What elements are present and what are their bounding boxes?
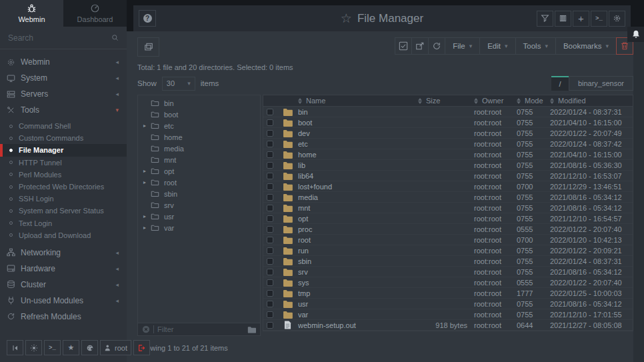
notifications-panel[interactable] xyxy=(627,27,644,42)
sidebar-item-servers[interactable]: Servers◂ xyxy=(0,86,127,102)
filter-button[interactable] xyxy=(537,11,553,27)
clone-window-button[interactable] xyxy=(137,37,159,57)
row-checkbox[interactable] xyxy=(267,322,273,329)
help-button[interactable]: ? xyxy=(139,10,156,27)
tree-item[interactable]: ▸ etc xyxy=(138,120,260,131)
add-button[interactable]: + xyxy=(573,11,589,27)
sidebar-subitem[interactable]: SSH Login xyxy=(0,193,127,205)
sidebar-subitem[interactable]: Perl Modules xyxy=(0,169,127,181)
tree-item[interactable]: ▸ root xyxy=(138,177,260,188)
column-header-size[interactable]: Size xyxy=(415,97,474,105)
logout-button[interactable] xyxy=(133,340,150,355)
row-checkbox[interactable] xyxy=(267,290,273,297)
file-name-link[interactable]: media xyxy=(298,193,415,201)
table-row[interactable]: proc root:root 0555 2022/01/22 - 20:07:4… xyxy=(263,224,633,235)
table-row[interactable]: var root:root 0755 2021/12/10 - 17:01:55 xyxy=(263,309,633,320)
clear-filter-icon[interactable] xyxy=(142,325,150,333)
expand-arrow-icon[interactable]: ▸ xyxy=(143,213,151,219)
column-header-name[interactable]: Name xyxy=(298,97,415,105)
bookmarks-menu-button[interactable]: Bookmarks▾ xyxy=(555,37,617,55)
tree-filter-input[interactable] xyxy=(153,325,247,333)
tree-item[interactable]: ▸ mnt xyxy=(138,154,260,165)
row-checkbox[interactable] xyxy=(267,130,273,137)
row-checkbox[interactable] xyxy=(267,269,273,275)
file-name-link[interactable]: bin xyxy=(298,108,415,116)
file-name-link[interactable]: usr xyxy=(298,300,415,308)
file-name-link[interactable]: proc xyxy=(298,225,415,233)
user-button[interactable]: root xyxy=(100,340,131,355)
row-checkbox[interactable] xyxy=(267,162,273,169)
table-row[interactable]: boot root:root 0755 2021/04/10 - 16:15:0… xyxy=(263,117,633,128)
row-checkbox[interactable] xyxy=(267,183,273,190)
row-checkbox[interactable] xyxy=(267,279,273,286)
file-name-link[interactable]: sys xyxy=(298,279,415,287)
tab-dashboard[interactable]: Dashboard xyxy=(63,0,127,27)
row-checkbox[interactable] xyxy=(267,215,273,222)
sidebar-subitem[interactable]: Upload and Download xyxy=(0,229,127,241)
sidebar-item-unused-modules[interactable]: Un-used Modules◂ xyxy=(0,293,127,309)
expand-arrow-icon[interactable]: ▸ xyxy=(143,225,151,231)
terminal-button[interactable]: >_ xyxy=(44,340,61,355)
tree-item[interactable]: ▸ boot xyxy=(138,109,260,120)
refresh-button[interactable] xyxy=(428,37,445,55)
expand-arrow-icon[interactable]: ▸ xyxy=(143,123,151,129)
column-header-mode[interactable]: Mode xyxy=(517,97,550,105)
file-name-link[interactable]: webmin-setup.out xyxy=(298,321,415,329)
table-row[interactable]: home root:root 0755 2021/04/10 - 16:15:0… xyxy=(263,149,633,160)
theme-palette-button[interactable] xyxy=(81,340,98,355)
tools-menu-button[interactable]: Tools▾ xyxy=(515,37,556,55)
file-name-link[interactable]: dev xyxy=(298,129,415,137)
tree-item[interactable]: ▸ usr xyxy=(138,211,260,222)
folder-small-icon[interactable] xyxy=(247,326,256,333)
table-row[interactable]: mnt root:root 0755 2021/08/16 - 05:34:12 xyxy=(263,203,633,213)
tree-item[interactable]: ▸ sbin xyxy=(138,188,260,199)
tree-item[interactable]: ▸ home xyxy=(138,131,260,143)
file-name-link[interactable]: var xyxy=(298,311,415,319)
table-row[interactable]: usr root:root 0755 2021/08/16 - 05:34:12 xyxy=(263,299,633,309)
row-checkbox[interactable] xyxy=(267,119,273,126)
column-header-modified[interactable]: Modified xyxy=(550,97,633,105)
row-checkbox[interactable] xyxy=(267,258,273,265)
table-row[interactable]: srv root:root 0755 2021/08/16 - 05:34:12 xyxy=(263,267,633,277)
tree-item[interactable]: ▸ var xyxy=(138,222,260,233)
file-name-link[interactable]: lib64 xyxy=(298,172,415,180)
file-name-link[interactable]: mnt xyxy=(298,204,415,212)
sidebar-item-webmin[interactable]: Webmin◂ xyxy=(0,54,127,70)
select-all-button[interactable] xyxy=(395,37,412,55)
page-size-select[interactable]: 30 ▾ xyxy=(162,77,195,91)
file-name-link[interactable]: etc xyxy=(298,140,415,148)
tree-item[interactable]: ▸ bin xyxy=(138,97,260,109)
sidebar-item-networking[interactable]: Networking◂ xyxy=(0,245,127,261)
table-row[interactable]: lib64 root:root 0755 2021/12/10 - 16:53:… xyxy=(263,171,633,181)
row-checkbox[interactable] xyxy=(267,237,273,243)
search-input[interactable] xyxy=(8,33,111,43)
row-checkbox[interactable] xyxy=(267,151,273,158)
favorites-button[interactable]: ★ xyxy=(63,340,79,355)
tab-webmin[interactable]: Webmin xyxy=(0,0,63,27)
file-name-link[interactable]: lib xyxy=(298,161,415,169)
file-name-link[interactable]: sbin xyxy=(298,257,415,265)
file-menu-button[interactable]: File▾ xyxy=(445,37,480,55)
file-name-link[interactable]: home xyxy=(298,151,415,159)
table-row[interactable]: sbin root:root 0755 2022/01/24 - 08:37:3… xyxy=(263,256,633,267)
table-row[interactable]: opt root:root 0755 2021/12/10 - 16:54:57 xyxy=(263,213,633,224)
table-row[interactable]: etc root:root 0755 2022/01/24 - 08:37:42 xyxy=(263,139,633,149)
file-name-link[interactable]: srv xyxy=(298,268,415,276)
edit-menu-button[interactable]: Edit▾ xyxy=(479,37,515,55)
table-row[interactable]: root root:root 0700 2022/01/20 - 10:42:1… xyxy=(263,235,633,245)
favorite-star-icon[interactable]: ☆ xyxy=(341,11,352,26)
file-name-link[interactable]: run xyxy=(298,247,415,255)
sidebar-item-tools[interactable]: Tools▾ xyxy=(0,102,127,118)
sidebar-item-cluster[interactable]: Cluster◂ xyxy=(0,277,127,293)
sidebar-item-system[interactable]: System◂ xyxy=(0,70,127,86)
columns-button[interactable] xyxy=(555,11,571,27)
table-row[interactable]: media root:root 0755 2021/08/16 - 05:34:… xyxy=(263,192,633,203)
export-button[interactable] xyxy=(411,37,429,55)
row-checkbox[interactable] xyxy=(267,226,273,233)
table-row[interactable]: sys root:root 0555 2022/01/22 - 20:07:40 xyxy=(263,277,633,288)
row-checkbox[interactable] xyxy=(267,109,273,115)
sidebar-subitem[interactable]: Command Shell xyxy=(0,120,127,132)
sidebar-item-hardware[interactable]: Hardware◂ xyxy=(0,261,127,277)
table-row[interactable]: tmp root:root 1777 2022/01/25 - 10:00:03 xyxy=(263,288,633,299)
tree-item[interactable]: ▸ srv xyxy=(138,199,260,211)
